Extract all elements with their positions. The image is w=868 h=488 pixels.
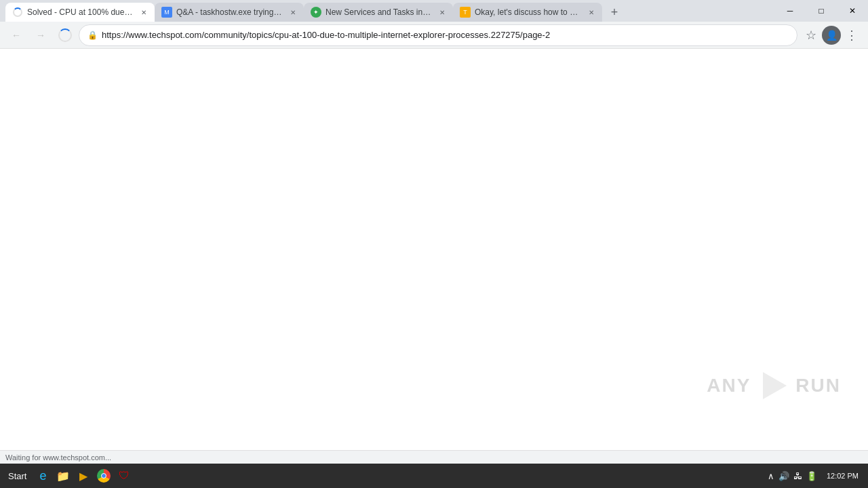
tab-2-label: Q&A - taskhostw.exe trying to conn... — [176, 7, 283, 17]
tab-2-close[interactable]: ✕ — [288, 7, 298, 18]
taskbar-sys-icons: ∧ 🔊 🖧 🔋 — [765, 471, 820, 481]
forward-icon: → — [36, 30, 45, 41]
tab-4-label: Okay, let's discuss how to get rid of... — [475, 7, 582, 17]
nav-right-buttons: ☆ 👤 ⋮ — [800, 24, 863, 46]
tab-4-close[interactable]: ✕ — [586, 7, 597, 18]
start-label: Start — [8, 471, 26, 481]
minimize-button[interactable]: ─ — [774, 0, 806, 22]
forward-button[interactable]: → — [30, 24, 52, 46]
taskbar-files-icon[interactable]: 📁 — [54, 466, 73, 485]
reload-button[interactable] — [54, 24, 76, 46]
bookmark-icon: ☆ — [806, 28, 816, 43]
files-icon: 📁 — [56, 470, 70, 483]
tab-2-favicon: M — [161, 7, 172, 18]
taskbar-chrome-icon[interactable] — [94, 466, 113, 485]
taskbar-media-icon[interactable]: ▶ — [74, 466, 93, 485]
tabs-container: Solved - CPU at 100% due to multip... ✕ … — [0, 0, 774, 22]
tab-1[interactable]: Solved - CPU at 100% due to multip... ✕ — [5, 3, 155, 22]
tab-3-label: New Services and Tasks in Win 10 - ... — [326, 7, 433, 17]
taskbar-right: ∧ 🔊 🖧 🔋 12:02 PM — [765, 471, 865, 481]
status-text: Waiting for www.techspot.com... — [5, 453, 111, 462]
watermark-icon — [756, 369, 790, 403]
ie-icon: e — [39, 469, 46, 483]
tab-3[interactable]: ✦ New Services and Tasks in Win 10 - ...… — [304, 3, 453, 22]
shield-icon: 🛡 — [119, 470, 130, 482]
taskbar-shield-icon[interactable]: 🛡 — [115, 466, 134, 485]
tab-1-label: Solved - CPU at 100% due to multip... — [27, 7, 134, 17]
taskbar-battery-icon[interactable]: 🔋 — [806, 471, 817, 481]
lock-icon: 🔒 — [87, 30, 98, 40]
browser-frame: Solved - CPU at 100% due to multip... ✕ … — [0, 0, 868, 488]
menu-icon: ⋮ — [846, 28, 858, 43]
tab-4-favicon: T — [460, 7, 471, 18]
account-button[interactable]: 👤 — [822, 26, 841, 45]
media-icon: ▶ — [79, 470, 87, 483]
watermark-text: ANY — [707, 375, 751, 396]
maximize-button[interactable]: □ — [806, 0, 837, 22]
page-content: ANY RUN — [0, 49, 868, 450]
title-bar: Solved - CPU at 100% due to multip... ✕ … — [0, 0, 868, 22]
window-controls: ─ □ ✕ — [774, 0, 868, 22]
menu-button[interactable]: ⋮ — [841, 24, 863, 46]
new-tab-button[interactable]: + — [605, 3, 624, 22]
watermark-suffix: RUN — [795, 375, 841, 396]
watermark: ANY RUN — [707, 369, 841, 403]
address-text: https://www.techspot.com/community/topic… — [102, 30, 789, 40]
account-icon: 👤 — [826, 30, 837, 41]
taskbar-network-icon[interactable]: 🖧 — [793, 471, 802, 481]
tab-3-close[interactable]: ✕ — [437, 7, 448, 18]
chrome-favicon — [97, 469, 111, 483]
taskbar-ie-icon[interactable]: e — [33, 466, 52, 485]
clock-time: 12:02 PM — [827, 472, 859, 480]
close-button[interactable]: ✕ — [837, 0, 868, 22]
back-icon: ← — [12, 30, 21, 41]
taskbar-clock[interactable]: 12:02 PM — [823, 472, 863, 480]
taskbar-up-icon[interactable]: ∧ — [768, 471, 774, 481]
loading-spinner — [58, 28, 72, 42]
tab-2[interactable]: M Q&A - taskhostw.exe trying to conn... … — [155, 3, 304, 22]
taskbar: Start e 📁 ▶ 🛡 ∧ 🔊 🖧 🔋 — [0, 464, 868, 488]
tab-3-favicon: ✦ — [311, 7, 321, 18]
taskbar-volume-icon[interactable]: 🔊 — [778, 471, 789, 481]
address-bar[interactable]: 🔒 https://www.techspot.com/community/top… — [79, 24, 797, 46]
back-button[interactable]: ← — [5, 24, 27, 46]
start-button[interactable]: Start — [3, 465, 32, 487]
tab-1-favicon — [12, 7, 23, 18]
svg-marker-0 — [763, 372, 787, 399]
nav-bar: ← → 🔒 https://www.techspot.com/community… — [0, 22, 868, 49]
bookmark-button[interactable]: ☆ — [800, 24, 822, 46]
status-bar: Waiting for www.techspot.com... — [0, 450, 868, 464]
tab-1-close[interactable]: ✕ — [138, 7, 149, 18]
tab-4[interactable]: T Okay, let's discuss how to get rid of.… — [453, 3, 602, 22]
